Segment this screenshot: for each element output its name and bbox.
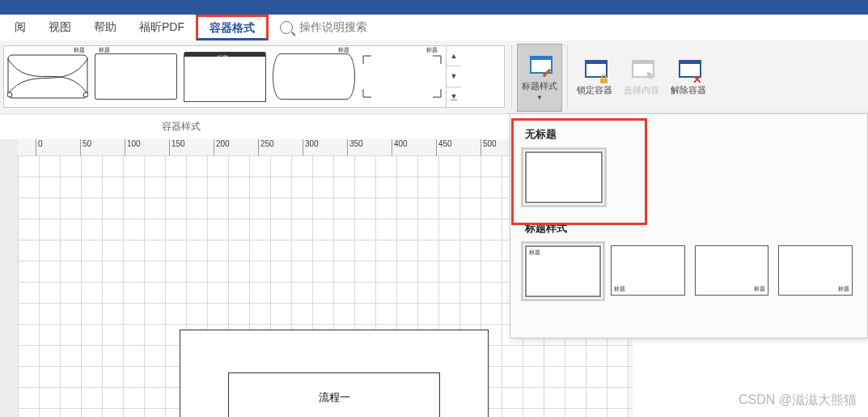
ruler-tick: 450 bbox=[437, 139, 481, 155]
menu-bar: 阅 视图 帮助 福昕PDF 容器格式 操作说明搜索 bbox=[0, 15, 868, 41]
ruler-tick: 200 bbox=[214, 139, 259, 155]
gallery-item-2[interactable]: 标题 bbox=[95, 53, 177, 100]
ruler-tick: 250 bbox=[259, 139, 303, 155]
svg-point-1 bbox=[7, 92, 12, 97]
style-thumb-no-title[interactable] bbox=[525, 151, 603, 203]
heading-style-dropdown: 无标题 标题样式 标题 标题 标题 标题 bbox=[510, 113, 868, 338]
lock-container-label: 锁定容器 bbox=[577, 84, 612, 96]
style-thumb-4[interactable]: 标题 bbox=[778, 245, 853, 296]
ruler-tick: 150 bbox=[170, 139, 214, 155]
disband-container-label: 解除容器 bbox=[671, 84, 706, 96]
style-thumb-2[interactable]: 标题 bbox=[611, 245, 685, 296]
heading-style-label: 标题样式 bbox=[522, 80, 557, 92]
ruler-tick: 100 bbox=[125, 139, 170, 155]
style-thumb-1[interactable]: 标题 bbox=[525, 245, 601, 297]
select-content-icon bbox=[630, 58, 653, 81]
dropdown-section-heading-style: 标题样式 bbox=[525, 221, 853, 236]
dropdown-section-no-title: 无标题 bbox=[525, 127, 853, 142]
ruler-tick: 400 bbox=[392, 139, 437, 155]
ribbon-separator-1 bbox=[511, 45, 512, 109]
chevron-down-icon: ▼ bbox=[536, 94, 543, 101]
disband-container-button[interactable]: ✕ 解除容器 bbox=[667, 44, 710, 110]
title-bar bbox=[0, 0, 868, 15]
gallery-item-5[interactable]: 标题 bbox=[362, 54, 442, 99]
gallery-item-3[interactable]: 标题 bbox=[184, 52, 266, 102]
gallery-up-button[interactable]: ▲ bbox=[447, 46, 461, 66]
select-content-button: 选择内容 bbox=[620, 44, 663, 110]
gallery-scroll: ▲ ▼ ▼ bbox=[446, 46, 461, 107]
lock-container-icon bbox=[583, 58, 606, 81]
ruler-tick: 300 bbox=[303, 139, 348, 155]
menu-item-foxit-pdf[interactable]: 福昕PDF bbox=[128, 15, 196, 40]
ruler-tick: 0 bbox=[36, 139, 81, 155]
svg-point-2 bbox=[83, 92, 88, 97]
flow-label: 流程一 bbox=[319, 390, 350, 405]
corner-preview-icon bbox=[362, 54, 442, 99]
menu-item-view[interactable]: 视图 bbox=[37, 15, 83, 40]
gallery-item-4[interactable]: 标题 bbox=[273, 53, 355, 100]
flow-shape[interactable]: 流程一 bbox=[228, 372, 440, 417]
lock-container-button[interactable]: 锁定容器 bbox=[573, 44, 616, 110]
tell-me-search[interactable]: 操作说明搜索 bbox=[280, 15, 367, 40]
ruler-tick: 50 bbox=[81, 139, 125, 155]
gallery-mini-label: 标题 bbox=[74, 46, 85, 54]
gallery-item-1[interactable]: 标题 bbox=[7, 54, 88, 99]
menu-item-container-format[interactable]: 容器格式 bbox=[196, 15, 269, 40]
ribbon: 标题 标题 标题 标题 标题 ▲ ▼ ▼ 标题样式 bbox=[0, 40, 868, 114]
heading-style-icon bbox=[528, 54, 551, 77]
search-placeholder: 操作说明搜索 bbox=[299, 20, 367, 35]
ribbon-group-label: 容器样式 bbox=[162, 120, 201, 134]
ribbon-separator-2 bbox=[567, 45, 568, 109]
watermark-text: CSDN @滋滋大熊猫 bbox=[739, 392, 857, 409]
curve-preview-icon bbox=[7, 54, 88, 99]
ruler-tick: 350 bbox=[348, 139, 392, 155]
disband-container-icon: ✕ bbox=[677, 58, 700, 81]
select-content-label: 选择内容 bbox=[624, 84, 659, 96]
menu-item-help[interactable]: 帮助 bbox=[83, 15, 128, 40]
search-icon bbox=[280, 21, 293, 34]
heading-style-button[interactable]: 标题样式 ▼ bbox=[517, 44, 562, 112]
container-style-gallery: 标题 标题 标题 标题 标题 ▲ ▼ ▼ bbox=[3, 45, 505, 108]
style-thumb-3[interactable]: 标题 bbox=[695, 245, 769, 296]
gallery-down-button[interactable]: ▼ bbox=[447, 66, 461, 87]
svg-rect-3 bbox=[600, 79, 608, 83]
menu-item-read[interactable]: 阅 bbox=[3, 15, 37, 40]
gallery-expand-button[interactable]: ▼ bbox=[447, 87, 461, 107]
